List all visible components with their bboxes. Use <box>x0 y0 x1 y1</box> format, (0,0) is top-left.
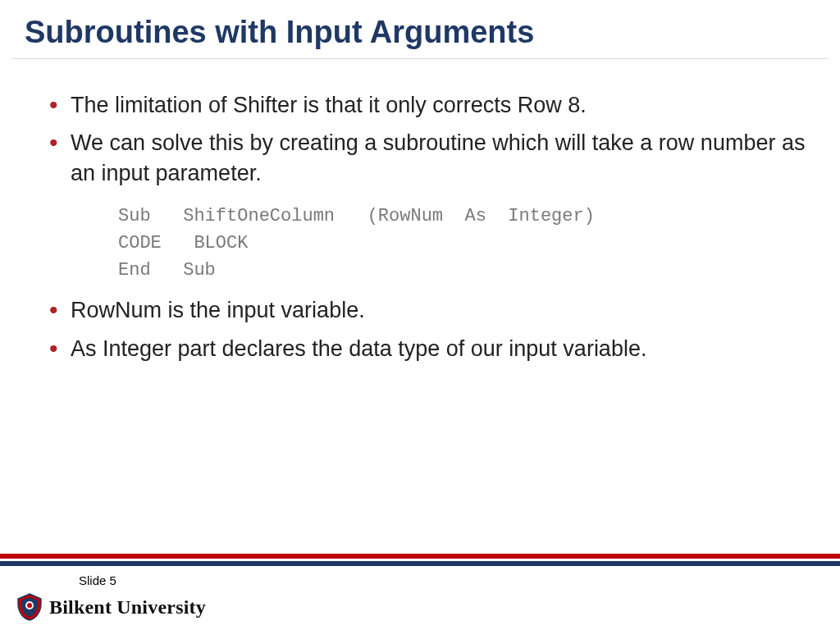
svg-point-1 <box>27 603 32 608</box>
slide-number: Slide 5 <box>79 573 116 587</box>
university-branding: Bilkent University <box>16 592 206 622</box>
university-name: Bilkent University <box>49 596 206 619</box>
slide-title: Subroutines with Input Arguments <box>0 0 840 58</box>
bullet-list-2: RowNum is the input variable. As Integer… <box>48 295 807 363</box>
university-logo-icon <box>16 592 43 622</box>
slide: Subroutines with Input Arguments The lim… <box>0 0 840 630</box>
bullet-item: The limitation of Shifter is that it onl… <box>48 90 807 120</box>
slide-content: The limitation of Shifter is that it onl… <box>0 59 840 630</box>
bullet-item: We can solve this by creating a subrouti… <box>48 128 807 188</box>
bullet-item: As Integer part declares the data type o… <box>48 334 807 363</box>
bar-navy <box>0 561 840 566</box>
code-block: Sub ShiftOneColumn (RowNum As Integer) C… <box>48 196 807 295</box>
bullet-item: RowNum is the input variable. <box>48 295 807 325</box>
footer-color-bars <box>0 554 840 566</box>
bullet-list-1: The limitation of Shifter is that it onl… <box>48 90 807 188</box>
